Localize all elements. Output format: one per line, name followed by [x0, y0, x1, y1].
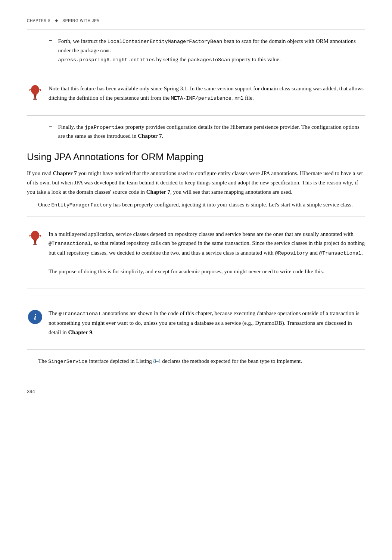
- note-box-3: i The @Transactional annotations are sho…: [27, 303, 365, 343]
- note-icon-3: i: [27, 309, 43, 325]
- bullet-text-1: Forth, we instruct the LocalContainerEnt…: [58, 37, 365, 64]
- bullet-item-2: – Finally, the jpaProperties property pr…: [49, 122, 365, 141]
- code-entitymanagerfactory: EntityManagerFactory: [51, 202, 112, 208]
- page-number: 394: [27, 389, 365, 394]
- note-icon-1: [27, 84, 43, 100]
- note-text-1: Note that this feature has been availabl…: [49, 84, 365, 103]
- code-persistence-xml: META-INF/persistence.xml: [171, 96, 243, 101]
- note-box-1: Note that this feature has been availabl…: [27, 78, 365, 109]
- chapter9-ref: Chapter 9: [68, 329, 92, 335]
- code-jpaproperties: jpaProperties: [85, 125, 124, 130]
- code-package: com.apress.prospring6.eight.entities: [58, 48, 155, 63]
- bottom-paragraph: The SingerService interface depicted in …: [27, 357, 365, 366]
- code-packagestoscan: packagesToScan: [188, 57, 230, 63]
- divider-note2-bottom: [27, 289, 365, 289]
- note-icon-2: [27, 230, 43, 246]
- bullet-item-1: – Forth, we instruct the LocalContainerE…: [49, 37, 365, 64]
- bullet-dash-1: –: [49, 37, 52, 64]
- section-para-2: Once EntityManagerFactory has been prope…: [27, 200, 365, 209]
- divider-note1-top: [27, 71, 365, 71]
- page: CHAPTER 8 SPRING WITH JPA – Forth, we in…: [0, 0, 392, 560]
- bullet-dash-2: –: [49, 123, 52, 141]
- code-transactional-3: @Transactional: [59, 311, 101, 317]
- section-title: Using JPA Annotations for ORM Mapping: [27, 151, 365, 164]
- chapter7-ref-2: Chapter 7: [53, 170, 77, 176]
- code-singerservice: SingerService: [48, 359, 87, 364]
- svg-rect-0: [33, 99, 37, 99]
- chapter-title: SPRING WITH JPA: [62, 19, 99, 23]
- header-separator: [55, 19, 58, 22]
- note-box-2: In a multilayered application, service c…: [27, 224, 365, 282]
- divider-note1-bottom: [27, 115, 365, 116]
- divider-note3-bottom: [27, 349, 365, 350]
- page-header: CHAPTER 8 SPRING WITH JPA: [27, 19, 365, 23]
- divider-note2-top: [27, 217, 365, 217]
- code-localcontainer: LocalContainerEntityManagerFactoryBean: [108, 39, 223, 44]
- chapter7-ref-1: Chapter 7: [138, 133, 162, 139]
- note-text-2: In a multilayered application, service c…: [49, 230, 365, 276]
- code-transactional-1: @Transactional: [49, 241, 91, 246]
- listing-ref[interactable]: 8-4: [153, 358, 161, 364]
- code-transactional-2: @Transactional: [319, 251, 361, 256]
- bird-icon-1: [28, 84, 43, 101]
- note-text-3: The @Transactional annotations are shown…: [49, 309, 365, 337]
- svg-rect-1: [33, 244, 37, 245]
- chapter7-ref-3: Chapter 7: [146, 189, 170, 195]
- divider-top: [27, 29, 365, 30]
- bullet-section-middle: – Finally, the jpaProperties property pr…: [27, 122, 365, 141]
- divider-note3-top: [27, 296, 365, 296]
- bullet-text-2: Finally, the jpaProperties property prov…: [58, 122, 365, 141]
- section-para-1: If you read Chapter 7 you might have not…: [27, 169, 365, 196]
- chapter-label: CHAPTER 8: [27, 19, 50, 23]
- bird-icon-2: [28, 229, 43, 246]
- info-icon: i: [28, 310, 42, 324]
- bullet-section-top: – Forth, we instruct the LocalContainerE…: [27, 37, 365, 64]
- code-repository: @Repository: [275, 251, 308, 256]
